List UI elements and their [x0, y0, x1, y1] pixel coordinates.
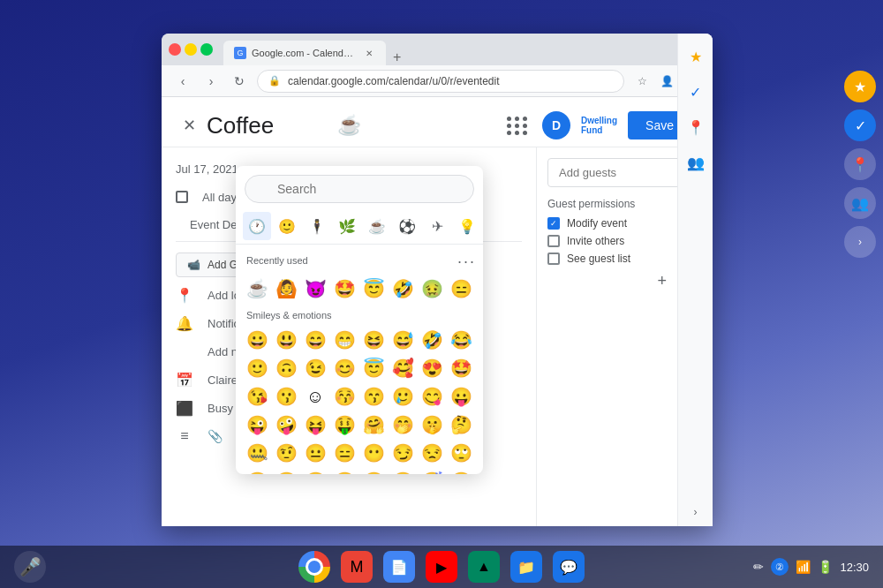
- tab-close-button[interactable]: ✕: [363, 47, 375, 59]
- right-panel-icon-4[interactable]: 👥: [844, 187, 876, 219]
- right-panel-icon-2[interactable]: ✓: [844, 109, 876, 141]
- emoji-btn[interactable]: 😏: [389, 439, 417, 467]
- emoji-cat-nature[interactable]: 🌿: [333, 212, 361, 240]
- emoji-btn[interactable]: 🤗: [359, 411, 388, 439]
- emoji-cat-smiley[interactable]: 🙂: [273, 212, 301, 240]
- forward-button[interactable]: ›: [200, 71, 222, 92]
- emoji-btn[interactable]: 😛: [447, 382, 475, 411]
- emoji-btn[interactable]: 🤫: [418, 411, 446, 439]
- all-day-checkbox[interactable]: [176, 191, 188, 203]
- emoji-btn[interactable]: ☕: [243, 275, 271, 303]
- emoji-btn[interactable]: 😊: [330, 354, 358, 382]
- right-panel-icon-3[interactable]: 📍: [844, 148, 876, 180]
- emoji-btn[interactable]: 😂: [447, 326, 475, 354]
- google-apps-icon[interactable]: [503, 111, 532, 139]
- emoji-btn[interactable]: 🤑: [330, 411, 358, 439]
- emoji-btn[interactable]: 🤥: [272, 467, 300, 474]
- taskbar-gmail-icon[interactable]: M: [341, 551, 373, 583]
- permission-invite-checkbox[interactable]: [547, 235, 560, 247]
- taskbar-docs-icon[interactable]: 📄: [383, 551, 415, 583]
- emoji-cat-travel[interactable]: ✈: [423, 212, 451, 240]
- emoji-btn[interactable]: 😷: [447, 467, 475, 474]
- url-bar[interactable]: 🔒 calendar.google.com/calendar/u/0/r/eve…: [257, 70, 624, 93]
- taskbar-drive-icon[interactable]: 📁: [510, 551, 542, 583]
- emoji-btn[interactable]: ☺: [301, 382, 329, 411]
- window-minimize-button[interactable]: [185, 43, 197, 56]
- taskbar-youtube-icon[interactable]: ▶: [426, 551, 457, 583]
- side-icon-people[interactable]: 👥: [680, 147, 712, 178]
- emoji-btn[interactable]: 🤔: [447, 411, 475, 439]
- emoji-btn[interactable]: 😍: [418, 354, 446, 382]
- emoji-btn[interactable]: 🤩: [330, 275, 358, 303]
- emoji-btn[interactable]: 😪: [359, 467, 388, 474]
- emoji-btn[interactable]: 😙: [359, 382, 388, 411]
- emoji-btn[interactable]: 😴: [418, 467, 446, 474]
- emoji-btn[interactable]: 😇: [359, 275, 388, 303]
- right-panel-icon-expand[interactable]: ›: [844, 226, 876, 258]
- emoji-btn[interactable]: 😶: [359, 439, 388, 467]
- side-panel-expand[interactable]: ›: [694, 503, 698, 526]
- taskbar-chat-icon[interactable]: 💬: [553, 551, 585, 583]
- permission-see-checkbox[interactable]: [547, 253, 560, 265]
- emoji-btn[interactable]: 🤢: [418, 275, 446, 303]
- emoji-btn[interactable]: 😇: [359, 354, 388, 382]
- emoji-btn[interactable]: 😉: [301, 354, 329, 382]
- emoji-btn[interactable]: 🙃: [272, 354, 300, 382]
- emoji-btn[interactable]: 🤩: [447, 354, 475, 382]
- taskbar-notification-badge[interactable]: ②: [771, 558, 789, 576]
- profile-icon[interactable]: 👤: [656, 71, 677, 92]
- emoji-btn[interactable]: 🥲: [389, 382, 417, 411]
- emoji-btn[interactable]: 🤨: [272, 439, 300, 467]
- emoji-btn[interactable]: 😆: [359, 326, 388, 354]
- taskbar-mic-icon[interactable]: 🎤: [14, 551, 46, 583]
- emoji-cat-objects[interactable]: 💡: [453, 212, 481, 240]
- emoji-btn[interactable]: 😗: [272, 382, 300, 411]
- permission-modify-checkbox[interactable]: ✓: [547, 217, 560, 230]
- emoji-btn[interactable]: 😜: [243, 411, 271, 439]
- emoji-btn[interactable]: 😬: [243, 467, 271, 474]
- taskbar-play-icon[interactable]: ▲: [468, 551, 500, 583]
- active-tab[interactable]: G Google.com - Calendar - Event C... ✕: [223, 41, 386, 65]
- emoji-btn[interactable]: 🤤: [389, 467, 417, 474]
- emoji-btn[interactable]: 😐: [301, 439, 329, 467]
- emoji-btn[interactable]: 😌: [301, 467, 329, 474]
- emoji-cat-food[interactable]: ☕: [363, 212, 391, 240]
- emoji-btn[interactable]: 😚: [330, 382, 358, 411]
- emoji-btn[interactable]: 🙂: [243, 354, 271, 382]
- emoji-cat-people[interactable]: 🕴: [303, 212, 331, 240]
- emoji-btn[interactable]: 😝: [301, 411, 329, 439]
- emoji-btn[interactable]: 🤭: [389, 411, 417, 439]
- emoji-btn[interactable]: 🤣: [418, 326, 446, 354]
- new-tab-button[interactable]: +: [386, 49, 408, 65]
- emoji-btn[interactable]: 🙆: [272, 275, 300, 303]
- emoji-cat-recent[interactable]: 🕐: [243, 212, 271, 240]
- emoji-cat-activity[interactable]: ⚽: [393, 212, 421, 240]
- emoji-btn[interactable]: 😒: [418, 439, 446, 467]
- emoji-btn[interactable]: 😅: [389, 326, 417, 354]
- taskbar-chrome-icon[interactable]: [298, 551, 330, 583]
- emoji-btn[interactable]: 😈: [301, 275, 329, 303]
- emoji-btn[interactable]: 😑: [330, 439, 358, 467]
- emoji-btn[interactable]: 😘: [243, 382, 271, 411]
- bookmark-icon[interactable]: ☆: [631, 71, 653, 92]
- right-panel-icon-1[interactable]: ★: [844, 71, 876, 102]
- emoji-btn[interactable]: 😃: [272, 326, 300, 354]
- event-close-button[interactable]: ✕: [183, 116, 196, 135]
- add-guest-button[interactable]: +: [657, 272, 667, 290]
- emoji-btn[interactable]: 😁: [330, 326, 358, 354]
- profile-avatar[interactable]: D: [542, 111, 570, 139]
- reload-button[interactable]: ↻: [229, 71, 250, 92]
- emoji-btn[interactable]: 🤪: [272, 411, 300, 439]
- emoji-btn[interactable]: 😋: [418, 382, 446, 411]
- emoji-btn[interactable]: 😔: [330, 467, 358, 474]
- emoji-btn[interactable]: 🤣: [389, 275, 417, 303]
- emoji-btn[interactable]: 😑: [447, 275, 475, 303]
- emoji-btn[interactable]: 🥰: [389, 354, 417, 382]
- emoji-btn[interactable]: 😄: [301, 326, 329, 354]
- emoji-btn[interactable]: 🤐: [243, 439, 271, 467]
- emoji-search-input[interactable]: [245, 175, 474, 203]
- recently-used-more-button[interactable]: ···: [457, 253, 476, 271]
- emoji-btn[interactable]: 😀: [243, 326, 271, 354]
- back-button[interactable]: ‹: [172, 71, 193, 92]
- emoji-btn[interactable]: 🙄: [447, 439, 475, 467]
